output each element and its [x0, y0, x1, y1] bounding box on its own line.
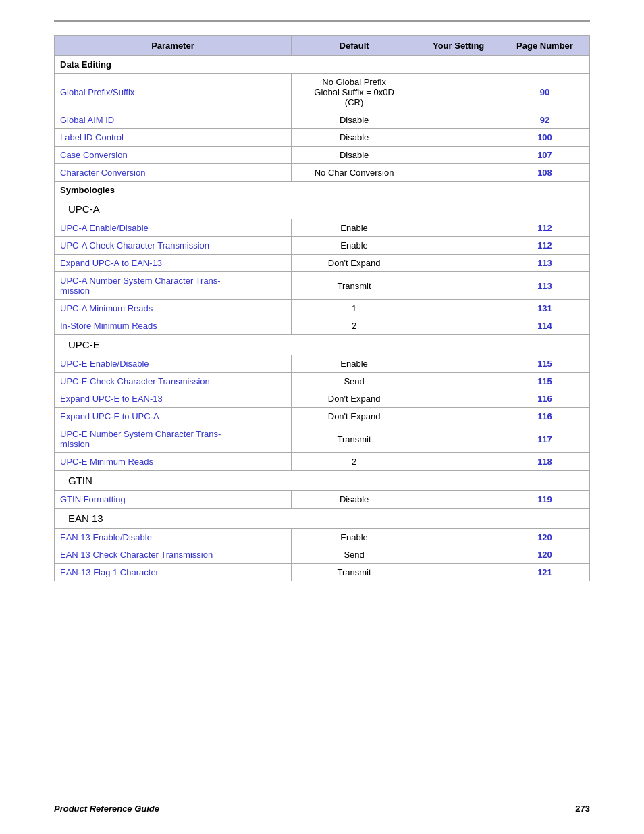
table-row: In-Store Minimum Reads2114 — [55, 317, 590, 335]
param-cell[interactable]: EAN-13 Flag 1 Character — [55, 564, 292, 581]
subsection-label: EAN 13 — [55, 509, 590, 529]
col-page-number: Page Number — [500, 36, 589, 56]
section-header-row: Data Editing — [55, 56, 590, 74]
page-num-cell[interactable]: 121 — [500, 564, 589, 581]
page-num-cell[interactable]: 131 — [500, 300, 589, 317]
your-setting-cell — [417, 317, 500, 335]
your-setting-cell — [417, 491, 500, 509]
page-num-cell[interactable]: 117 — [500, 425, 589, 453]
subsection-row: UPC-A — [55, 199, 590, 219]
param-cell[interactable]: GTIN Formatting — [55, 491, 292, 509]
section-header-row: Symbologies — [55, 182, 590, 199]
your-setting-cell — [417, 272, 500, 300]
your-setting-cell — [417, 237, 500, 255]
param-cell[interactable]: Label ID Control — [55, 129, 292, 147]
param-cell[interactable]: Expand UPC-E to UPC-A — [55, 408, 292, 425]
page-num-cell[interactable]: 108 — [500, 164, 589, 182]
default-cell: 2 — [291, 453, 417, 471]
subsection-row: GTIN — [55, 471, 590, 491]
page-num-cell[interactable]: 90 — [500, 74, 589, 111]
default-cell: Disable — [291, 111, 417, 129]
default-cell: Transmit — [291, 425, 417, 453]
table-row: Label ID ControlDisable100 — [55, 129, 590, 147]
col-default: Default — [291, 36, 417, 56]
page-num-cell[interactable]: 92 — [500, 111, 589, 129]
param-cell[interactable]: UPC-E Number System Character Trans-miss… — [55, 425, 292, 453]
default-cell: 2 — [291, 317, 417, 335]
page-num-cell[interactable]: 112 — [500, 237, 589, 255]
section-label: Data Editing — [55, 56, 590, 74]
your-setting-cell — [417, 111, 500, 129]
page-num-cell[interactable]: 113 — [500, 255, 589, 272]
default-cell: Enable — [291, 355, 417, 373]
default-cell: Transmit — [291, 564, 417, 581]
your-setting-cell — [417, 453, 500, 471]
table-row: UPC-A Number System Character Trans-miss… — [55, 272, 590, 300]
param-cell[interactable]: EAN 13 Enable/Disable — [55, 529, 292, 546]
param-cell[interactable]: Global Prefix/Suffix — [55, 74, 292, 111]
param-cell[interactable]: In-Store Minimum Reads — [55, 317, 292, 335]
default-cell: Disable — [291, 129, 417, 147]
table-row: Expand UPC-A to EAN-13Don't Expand113 — [55, 255, 590, 272]
page-num-cell[interactable]: 115 — [500, 355, 589, 373]
page-num-cell[interactable]: 114 — [500, 317, 589, 335]
param-cell[interactable]: UPC-E Minimum Reads — [55, 453, 292, 471]
page-num-cell[interactable]: 118 — [500, 453, 589, 471]
default-cell: Enable — [291, 237, 417, 255]
default-cell: Don't Expand — [291, 390, 417, 408]
page-num-cell[interactable]: 107 — [500, 147, 589, 164]
your-setting-cell — [417, 129, 500, 147]
table-row: Case ConversionDisable107 — [55, 147, 590, 164]
your-setting-cell — [417, 546, 500, 564]
col-parameter: Parameter — [55, 36, 292, 56]
table-row: UPC-E Minimum Reads2118 — [55, 453, 590, 471]
your-setting-cell — [417, 408, 500, 425]
param-cell[interactable]: UPC-A Check Character Transmission — [55, 237, 292, 255]
param-cell[interactable]: Expand UPC-A to EAN-13 — [55, 255, 292, 272]
table-row: GTIN FormattingDisable119 — [55, 491, 590, 509]
param-cell[interactable]: Case Conversion — [55, 147, 292, 164]
table-row: UPC-E Number System Character Trans-miss… — [55, 425, 590, 453]
table-header-row: Parameter Default Your Setting Page Numb… — [55, 36, 590, 56]
your-setting-cell — [417, 355, 500, 373]
page-num-cell[interactable]: 119 — [500, 491, 589, 509]
param-cell[interactable]: Expand UPC-E to EAN-13 — [55, 390, 292, 408]
default-cell: Don't Expand — [291, 408, 417, 425]
subsection-label: UPC-E — [55, 335, 590, 355]
param-cell[interactable]: UPC-A Number System Character Trans-miss… — [55, 272, 292, 300]
table-row: UPC-A Check Character TransmissionEnable… — [55, 237, 590, 255]
table-row: EAN-13 Flag 1 CharacterTransmit121 — [55, 564, 590, 581]
page-num-cell[interactable]: 115 — [500, 373, 589, 390]
param-cell[interactable]: UPC-A Minimum Reads — [55, 300, 292, 317]
table-container: Parameter Default Your Setting Page Numb… — [54, 35, 590, 784]
your-setting-cell — [417, 147, 500, 164]
your-setting-cell — [417, 219, 500, 237]
param-cell[interactable]: Global AIM ID — [55, 111, 292, 129]
col-your-setting: Your Setting — [417, 36, 500, 56]
default-cell: 1 — [291, 300, 417, 317]
table-row: EAN 13 Enable/DisableEnable120 — [55, 529, 590, 546]
page-num-cell[interactable]: 120 — [500, 529, 589, 546]
page-num-cell[interactable]: 120 — [500, 546, 589, 564]
param-cell[interactable]: UPC-E Enable/Disable — [55, 355, 292, 373]
param-cell[interactable]: EAN 13 Check Character Transmission — [55, 546, 292, 564]
table-row: Expand UPC-E to EAN-13Don't Expand116 — [55, 390, 590, 408]
table-row: EAN 13 Check Character TransmissionSend1… — [55, 546, 590, 564]
your-setting-cell — [417, 164, 500, 182]
page-num-cell[interactable]: 116 — [500, 390, 589, 408]
table-row: Expand UPC-E to UPC-ADon't Expand116 — [55, 408, 590, 425]
param-cell[interactable]: UPC-A Enable/Disable — [55, 219, 292, 237]
param-cell[interactable]: UPC-E Check Character Transmission — [55, 373, 292, 390]
page-num-cell[interactable]: 116 — [500, 408, 589, 425]
default-cell: Disable — [291, 147, 417, 164]
your-setting-cell — [417, 425, 500, 453]
param-cell[interactable]: Character Conversion — [55, 164, 292, 182]
default-cell: Send — [291, 373, 417, 390]
page-num-cell[interactable]: 112 — [500, 219, 589, 237]
page-num-cell[interactable]: 113 — [500, 272, 589, 300]
table-row: Global AIM IDDisable92 — [55, 111, 590, 129]
page-num-cell[interactable]: 100 — [500, 129, 589, 147]
your-setting-cell — [417, 74, 500, 111]
default-cell: Disable — [291, 491, 417, 509]
table-row: UPC-E Check Character TransmissionSend11… — [55, 373, 590, 390]
